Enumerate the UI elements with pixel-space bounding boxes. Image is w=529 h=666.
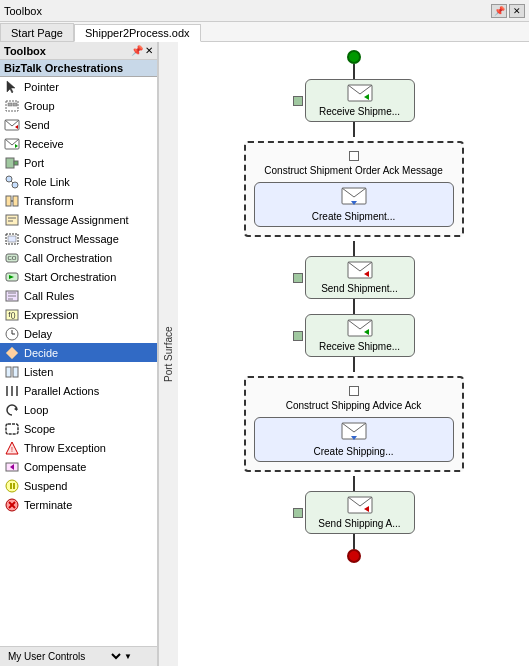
receive-shipment2-label: Receive Shipme... — [319, 341, 400, 352]
toolbox-item-port[interactable]: Port — [0, 153, 157, 172]
send-shipping-shape[interactable]: Send Shipping A... — [305, 491, 415, 534]
connector-5 — [353, 357, 355, 372]
tab-bar: Start Page Shipper2Process.odx — [0, 22, 529, 42]
msgassign-icon — [4, 212, 20, 228]
port-icon — [4, 155, 20, 171]
close-button[interactable]: ✕ — [509, 4, 525, 18]
port-connector-receive2 — [293, 331, 303, 341]
svg-rect-47 — [13, 483, 15, 489]
svg-marker-40 — [14, 407, 17, 411]
svg-rect-46 — [10, 483, 12, 489]
receive-shipment2-shape[interactable]: Receive Shipme... — [305, 314, 415, 357]
startorch-icon — [4, 269, 20, 285]
toolbox-item-receive[interactable]: Receive — [0, 134, 157, 153]
svg-line-12 — [11, 181, 13, 183]
parallel-icon — [4, 383, 20, 399]
callrules-icon — [4, 288, 20, 304]
close-icon[interactable]: ✕ — [145, 45, 153, 56]
toolbox-item-construct[interactable]: Construct Message — [0, 229, 157, 248]
construct-icon — [4, 231, 20, 247]
toolbox-header: Toolbox 📌 ✕ — [0, 42, 157, 60]
toolbox-window-title: Toolbox — [4, 5, 491, 17]
send-shipment-wrapper: Send Shipment... — [305, 256, 415, 299]
toolbox-item-send[interactable]: Send — [0, 115, 157, 134]
canvas[interactable]: Receive Shipme... Construct Shipment Ord… — [178, 42, 529, 666]
compensate-icon — [4, 459, 20, 475]
toolbox-item-terminate[interactable]: Terminate — [0, 495, 157, 514]
connector-1 — [353, 64, 355, 79]
toolbox-item-callorchestration[interactable]: CO Call Orchestration — [0, 248, 157, 267]
toolbox-item-pointer[interactable]: Pointer — [0, 77, 157, 96]
send-shipment-row: Send Shipment... — [293, 256, 415, 299]
connector-7 — [353, 534, 355, 549]
toolbox-item-group[interactable]: Group — [0, 96, 157, 115]
transform-icon — [4, 193, 20, 209]
title-bar: Toolbox 📌 ✕ — [0, 0, 529, 22]
loop-icon — [4, 402, 20, 418]
connector-6 — [353, 476, 355, 491]
svg-text:CO: CO — [8, 255, 17, 261]
toolbox-item-expression[interactable]: f() Expression — [0, 305, 157, 324]
svg-rect-16 — [6, 215, 18, 225]
pin-icon[interactable]: 📌 — [131, 45, 143, 56]
svg-rect-3 — [13, 103, 17, 106]
send-shipping-wrapper: Send Shipping A... — [305, 491, 415, 534]
expression-icon: f() — [4, 307, 20, 323]
svg-rect-41 — [6, 424, 18, 434]
toolbox-item-transform[interactable]: Transform — [0, 191, 157, 210]
throw-icon: ! — [4, 440, 20, 456]
receive-msg2-icon — [347, 319, 373, 339]
toolbox-item-decide[interactable]: Decide — [0, 343, 157, 362]
construct-shipment-block[interactable]: Construct Shipment Order Ack Message Cre… — [244, 141, 464, 237]
receive-shipment-shape[interactable]: Receive Shipme... — [305, 79, 415, 122]
canvas-area: Port Surface Receive Shipme... — [158, 42, 529, 666]
toolbox-item-compensate[interactable]: Compensate — [0, 457, 157, 476]
toolbox-item-listen[interactable]: Listen — [0, 362, 157, 381]
svg-text:!: ! — [11, 446, 13, 453]
toolbox-item-callrules[interactable]: Call Rules — [0, 286, 157, 305]
dropdown-arrow-icon: ▼ — [124, 652, 132, 661]
toolbox-item-delay[interactable]: Delay — [0, 324, 157, 343]
construct-shipment-anchor — [349, 151, 359, 161]
start-node — [347, 50, 361, 64]
svg-rect-20 — [8, 236, 16, 242]
toolbox-item-suspend[interactable]: Suspend — [0, 476, 157, 495]
send-shipping-row: Send Shipping A... — [293, 491, 415, 534]
tab-shipper2process[interactable]: Shipper2Process.odx — [74, 24, 201, 42]
title-bar-controls: 📌 ✕ — [491, 4, 525, 18]
toolbox-item-loop[interactable]: Loop — [0, 400, 157, 419]
orchestration-diagram: Receive Shipme... Construct Shipment Ord… — [186, 50, 521, 563]
port-connector-send1 — [293, 273, 303, 283]
construct-shipping-block[interactable]: Construct Shipping Advice Ack Create Shi… — [244, 376, 464, 472]
pointer-icon — [4, 79, 20, 95]
toolbox-section-biztalk[interactable]: BizTalk Orchestrations — [0, 60, 157, 77]
create-shipment-shape[interactable]: Create Shipment... — [254, 182, 454, 227]
my-user-controls-dropdown[interactable]: My User Controls — [4, 650, 124, 663]
send-shipping-icon — [347, 496, 373, 516]
toolbox-item-msgassign[interactable]: Message Assignment — [0, 210, 157, 229]
pin-button[interactable]: 📌 — [491, 4, 507, 18]
connector-4 — [353, 299, 355, 314]
create-shipping-shape[interactable]: Create Shipping... — [254, 417, 454, 462]
decide-icon — [4, 345, 20, 361]
send-msg-icon — [347, 261, 373, 281]
toolbox-item-parallel[interactable]: Parallel Actions — [0, 381, 157, 400]
toolbox-item-startorch[interactable]: Start Orchestration — [0, 267, 157, 286]
terminate-icon — [4, 497, 20, 513]
toolbox-item-rolelink[interactable]: Role Link — [0, 172, 157, 191]
group-icon — [4, 98, 20, 114]
tab-start-page[interactable]: Start Page — [0, 23, 74, 41]
suspend-icon — [4, 478, 20, 494]
svg-rect-2 — [8, 103, 12, 106]
toolbox-header-icons: 📌 ✕ — [131, 45, 153, 56]
construct-shipping-title: Construct Shipping Advice Ack — [254, 400, 454, 411]
create-shipment-icon — [341, 187, 367, 209]
svg-marker-34 — [6, 347, 18, 359]
svg-rect-14 — [13, 196, 18, 206]
toolbox-title: Toolbox — [4, 45, 46, 57]
port-connector-send2 — [293, 508, 303, 518]
toolbox-item-throw[interactable]: ! Throw Exception — [0, 438, 157, 457]
toolbox-item-scope[interactable]: Scope — [0, 419, 157, 438]
receive-msg-icon — [347, 84, 373, 104]
send-shipment-shape[interactable]: Send Shipment... — [305, 256, 415, 299]
